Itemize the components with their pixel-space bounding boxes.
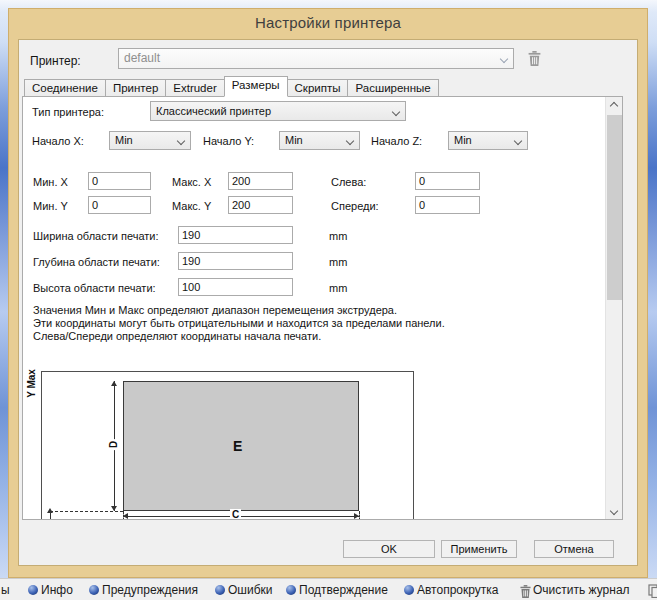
sizes-tab-page: Тип принтера: Классический принтер Начал…	[22, 96, 623, 520]
log-status-bar: ы Инфо Предупреждения Ошибки Подтвержден…	[0, 578, 657, 600]
cancel-button[interactable]: Отмена	[534, 540, 614, 558]
copy-log-button[interactable]	[648, 584, 657, 600]
note-line-2: Эти координаты могут быть отрицательными…	[33, 317, 445, 329]
home-z-label: Начало Z:	[371, 135, 422, 147]
max-y-input[interactable]: 200	[228, 196, 293, 214]
printer-select-value: default	[124, 51, 160, 65]
note-line-3: Слева/Спереди определяют координаты нача…	[33, 330, 321, 342]
area-height-label: Высота области печати:	[33, 282, 156, 294]
area-depth-input[interactable]: 190	[178, 252, 293, 270]
trash-icon	[520, 585, 531, 598]
tab-soedinenie[interactable]: Соединение	[24, 79, 106, 97]
errors-toggle-icon[interactable]	[215, 585, 225, 595]
clipped-left-text: ы	[1, 583, 10, 597]
trash-icon	[528, 51, 541, 66]
home-y-select[interactable]: Min	[279, 131, 360, 150]
scrollbar-thumb[interactable]	[607, 115, 622, 300]
chevron-down-icon	[177, 137, 185, 145]
tab-rasshirennye[interactable]: Расширенные	[347, 79, 438, 97]
home-z-select[interactable]: Min	[448, 131, 528, 150]
toggle-warnings[interactable]: Предупреждения	[102, 583, 198, 597]
area-height-input[interactable]: 100	[178, 278, 293, 296]
bed-right-tick	[359, 511, 360, 520]
copy-icon	[648, 584, 657, 598]
chevron-down-icon	[346, 137, 354, 145]
max-x-input[interactable]: 200	[228, 172, 293, 190]
depth-dim-label: D	[108, 439, 119, 450]
arrow-up-icon	[111, 381, 117, 386]
y-max-axis-label: Y Max	[22, 378, 53, 389]
chevron-down-icon	[392, 108, 400, 116]
area-width-input[interactable]: 190	[178, 226, 293, 244]
left-label: Слева:	[331, 176, 366, 188]
area-depth-label: Глубина области печати:	[33, 256, 160, 268]
apply-button[interactable]: Применить	[441, 540, 517, 558]
ok-button[interactable]: OK	[343, 540, 435, 558]
bed-left-tick	[123, 511, 124, 520]
clear-log-button[interactable]	[520, 584, 531, 600]
chevron-down-icon	[610, 507, 618, 515]
width-dim-label: C	[230, 509, 241, 520]
info-toggle-icon[interactable]	[28, 585, 38, 595]
bed-label: E	[233, 438, 242, 454]
area-height-unit: mm	[329, 282, 347, 294]
note-line-1: Значения Мин и Макс определяют диапазон …	[33, 304, 397, 316]
delete-printer-button[interactable]	[528, 51, 541, 70]
home-y-label: Начало Y:	[203, 135, 254, 147]
home-y-value: Min	[285, 134, 303, 146]
min-y-input[interactable]: 0	[88, 196, 151, 214]
settings-tabs: Соединение Принтер Extruder Размеры Скри…	[24, 76, 438, 97]
vertical-scrollbar[interactable]	[605, 97, 622, 519]
toggle-autoscroll[interactable]: Автопрокрутка	[417, 583, 498, 597]
min-x-label: Мин. X	[33, 176, 68, 188]
min-x-input[interactable]: 0	[88, 172, 151, 190]
printer-settings-dialog: Настройки принтера Принтер: default Соед…	[8, 8, 648, 578]
area-width-label: Ширина области печати:	[33, 230, 159, 242]
toggle-errors[interactable]: Ошибки	[228, 583, 273, 597]
front-input[interactable]: 0	[415, 196, 480, 214]
origin-dash-line	[50, 511, 123, 512]
scroll-down-button[interactable]	[606, 503, 622, 519]
printer-type-value: Классический принтер	[156, 105, 271, 117]
printer-type-select[interactable]: Классический принтер	[150, 101, 406, 121]
tab-skripty[interactable]: Скрипты	[287, 79, 349, 97]
chevron-up-icon	[610, 102, 618, 110]
scroll-up-button[interactable]	[606, 98, 622, 114]
area-width-unit: mm	[329, 230, 347, 242]
chevron-down-icon	[514, 137, 522, 145]
printer-select[interactable]: default	[118, 48, 514, 69]
home-z-value: Min	[454, 134, 472, 146]
chevron-down-icon	[500, 55, 508, 63]
max-y-label: Макс. Y	[172, 200, 211, 212]
dialog-panel: Принтер: default Соединение Принтер Extr…	[18, 39, 638, 566]
origin-arrow-up-icon	[47, 508, 53, 513]
autoscroll-toggle-icon[interactable]	[404, 585, 414, 595]
ack-toggle-icon[interactable]	[286, 585, 296, 595]
clear-log-label[interactable]: Очистить журнал	[533, 583, 630, 597]
toggle-info[interactable]: Инфо	[41, 583, 73, 597]
dialog-title: Настройки принтера	[9, 14, 647, 31]
toggle-ack[interactable]: Подтверждение	[299, 583, 388, 597]
printer-type-label: Тип принтера:	[32, 106, 104, 118]
front-label: Спереди:	[331, 200, 379, 212]
home-x-select[interactable]: Min	[109, 131, 191, 150]
left-input[interactable]: 0	[415, 172, 480, 190]
home-x-label: Начало X:	[32, 135, 84, 147]
y-max-axis-text: Y Max	[25, 369, 36, 398]
area-depth-unit: mm	[329, 256, 347, 268]
min-y-label: Мин. Y	[33, 200, 68, 212]
warnings-toggle-icon[interactable]	[89, 585, 99, 595]
tab-extruder[interactable]: Extruder	[165, 79, 224, 97]
max-x-label: Макс. X	[172, 176, 211, 188]
printer-label: Принтер:	[30, 54, 81, 68]
tab-razmery[interactable]: Размеры	[224, 76, 288, 97]
home-x-value: Min	[115, 134, 133, 146]
origin-arrow-line	[50, 513, 51, 520]
tab-printer[interactable]: Принтер	[105, 79, 166, 97]
